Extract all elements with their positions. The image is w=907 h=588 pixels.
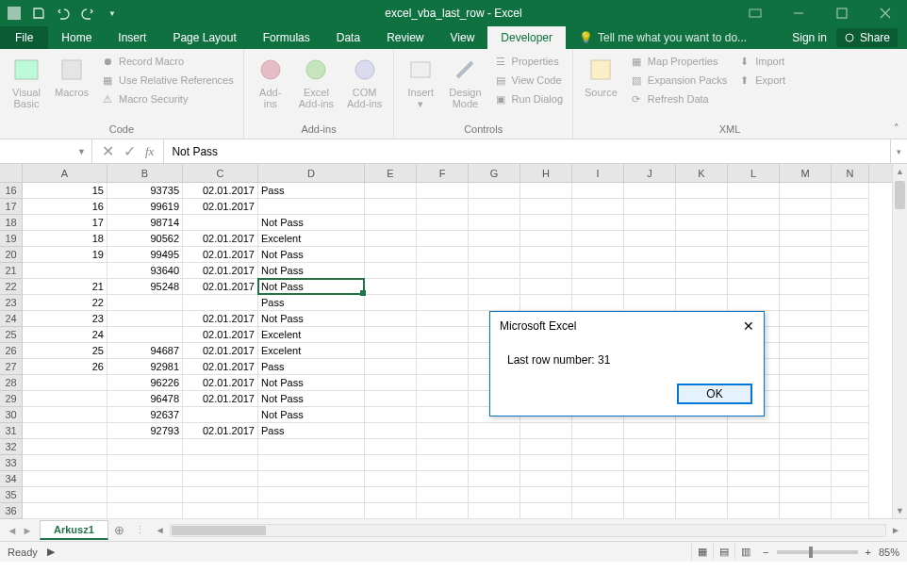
cell[interactable] [572, 471, 624, 487]
cell[interactable] [832, 311, 869, 327]
relative-refs-button[interactable]: ▦Use Relative References [98, 72, 236, 89]
cell[interactable] [23, 455, 107, 471]
cell[interactable] [624, 439, 676, 455]
cell[interactable]: 93640 [107, 263, 183, 279]
column-header[interactable]: A [23, 164, 107, 182]
row-header[interactable]: 27 [0, 359, 23, 375]
cell[interactable] [572, 247, 624, 263]
save-icon[interactable] [30, 5, 47, 22]
scroll-up-icon[interactable]: ▲ [893, 164, 907, 179]
horizontal-scrollbar[interactable]: ◄ ► [149, 524, 907, 537]
cell[interactable] [417, 263, 469, 279]
cell[interactable] [780, 487, 832, 503]
cell[interactable]: 15 [23, 183, 107, 199]
cell[interactable] [780, 423, 832, 439]
cell[interactable] [365, 455, 417, 471]
cell[interactable]: 02.01.2017 [183, 231, 258, 247]
cell[interactable] [832, 391, 869, 407]
ribbon-display-icon[interactable] [734, 0, 777, 26]
zoom-out-button[interactable]: − [763, 547, 768, 558]
cell[interactable] [780, 183, 832, 199]
cell[interactable] [832, 439, 869, 455]
cell[interactable] [520, 471, 572, 487]
cell[interactable]: 99619 [107, 199, 183, 215]
row-header[interactable]: 20 [0, 247, 23, 263]
cell[interactable] [417, 311, 469, 327]
com-addins-button[interactable]: COM Add-ins [343, 53, 386, 111]
cell[interactable] [780, 391, 832, 407]
cell[interactable] [676, 247, 728, 263]
cell[interactable]: 19 [23, 247, 107, 263]
cell[interactable]: Pass [258, 183, 365, 199]
cell[interactable] [676, 199, 728, 215]
column-header[interactable]: G [469, 164, 520, 182]
cell[interactable] [728, 183, 780, 199]
cell[interactable] [365, 215, 417, 231]
cell[interactable]: 02.01.2017 [183, 327, 258, 343]
tab-developer[interactable]: Developer [487, 26, 566, 49]
cell[interactable] [520, 455, 572, 471]
cell[interactable] [417, 279, 469, 295]
sheet-tab[interactable]: Arkusz1 [40, 520, 108, 540]
cell[interactable] [258, 455, 365, 471]
cell[interactable] [624, 215, 676, 231]
zoom-knob[interactable] [809, 547, 813, 558]
cell[interactable] [365, 263, 417, 279]
cell[interactable] [365, 375, 417, 391]
fx-icon[interactable]: fx [145, 144, 154, 159]
cell[interactable] [728, 487, 780, 503]
cell[interactable]: 02.01.2017 [183, 343, 258, 359]
qat-dropdown-icon[interactable]: ▼ [104, 5, 121, 22]
cell[interactable] [258, 503, 365, 519]
cell[interactable] [780, 215, 832, 231]
cell[interactable] [572, 423, 624, 439]
cell[interactable] [183, 407, 258, 423]
column-header[interactable]: H [520, 164, 572, 182]
cell[interactable]: 02.01.2017 [183, 247, 258, 263]
cell[interactable]: 96226 [107, 375, 183, 391]
cell[interactable]: 94687 [107, 343, 183, 359]
cell[interactable]: 25 [23, 343, 107, 359]
cell[interactable]: 02.01.2017 [183, 423, 258, 439]
column-header[interactable]: C [183, 164, 258, 182]
cell[interactable] [365, 359, 417, 375]
cell[interactable] [417, 455, 469, 471]
cell[interactable] [417, 439, 469, 455]
cell[interactable] [832, 199, 869, 215]
cell[interactable] [417, 343, 469, 359]
cell[interactable] [780, 439, 832, 455]
cell[interactable]: Excelent [258, 231, 365, 247]
cell[interactable] [469, 215, 520, 231]
tab-insert[interactable]: Insert [105, 26, 159, 49]
cell[interactable] [417, 407, 469, 423]
cell[interactable] [23, 391, 107, 407]
cell[interactable] [520, 231, 572, 247]
cell[interactable] [676, 295, 728, 311]
cell[interactable] [728, 263, 780, 279]
cell[interactable]: Not Pass [258, 407, 365, 423]
cell[interactable] [520, 439, 572, 455]
column-header[interactable]: M [780, 164, 832, 182]
cell[interactable] [572, 439, 624, 455]
cell[interactable] [572, 231, 624, 247]
cell[interactable] [107, 311, 183, 327]
insert-control-button[interactable]: Insert▾ [402, 53, 439, 111]
row-header[interactable]: 25 [0, 327, 23, 343]
cell[interactable]: Not Pass [258, 391, 365, 407]
tab-splitter[interactable]: ⋮ [131, 524, 149, 536]
cell[interactable] [780, 199, 832, 215]
row-header[interactable]: 23 [0, 295, 23, 311]
cell[interactable] [780, 279, 832, 295]
cell[interactable] [469, 247, 520, 263]
column-header[interactable]: K [676, 164, 728, 182]
cell[interactable] [183, 295, 258, 311]
export-button[interactable]: ⬆Export [734, 72, 787, 89]
cell[interactable] [624, 487, 676, 503]
cell[interactable] [183, 439, 258, 455]
cell[interactable]: 99495 [107, 247, 183, 263]
cell[interactable] [417, 423, 469, 439]
cell[interactable] [780, 295, 832, 311]
cell[interactable] [832, 263, 869, 279]
cell[interactable]: 02.01.2017 [183, 183, 258, 199]
cell[interactable]: Not Pass [258, 215, 365, 231]
